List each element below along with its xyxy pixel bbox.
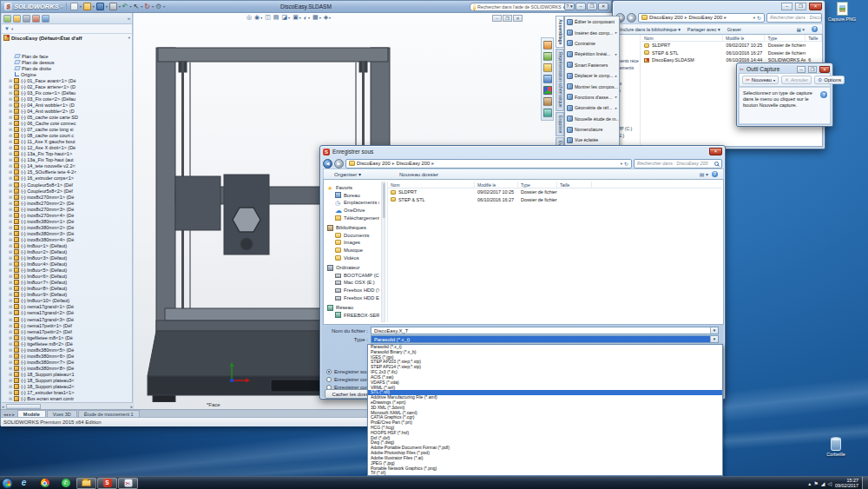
custom-properties-icon[interactable] xyxy=(543,97,552,106)
forward-button[interactable]: ▶ xyxy=(627,13,636,23)
tree-item[interactable]: (-) lm8uu<2> (Défaut) xyxy=(2,249,133,255)
tree-item[interactable]: (-) inox8x380mm<6> (Dé xyxy=(2,353,133,359)
column-headers[interactable]: Nom Modifié le Type Taille xyxy=(641,35,822,42)
tree-item[interactable]: (-) 06_Cache coté connec xyxy=(2,121,133,127)
section-view-icon[interactable]: ▤ xyxy=(273,14,279,21)
back-button[interactable]: ◀ xyxy=(323,159,332,169)
tree-item[interactable]: (-) inox8x270mm<1> (Dé xyxy=(2,194,133,200)
tree-item[interactable]: (-) lm8uu<4> (Défaut) xyxy=(2,261,133,268)
tree-item[interactable]: (-) 12_Axe X droit<1> (Dé xyxy=(2,145,133,151)
tree-item[interactable]: (-) inox8x380mm<3> (Dé xyxy=(2,230,133,236)
file-explorer-icon[interactable] xyxy=(543,63,552,72)
menu-item[interactable]: Déplacer le comp...▸ xyxy=(565,70,619,81)
undo-icon[interactable]: ↶ xyxy=(122,3,128,10)
tree-item[interactable]: Plan de droite xyxy=(2,65,133,71)
tree-item[interactable]: (-) nema17grand<3> (Dé xyxy=(2,316,133,322)
options-button[interactable]: ⚙ Options xyxy=(814,76,845,84)
taskbar-explorer-icon[interactable] xyxy=(76,478,96,489)
menu-item[interactable]: Montrer les compos... xyxy=(565,81,619,91)
scroll-right-icon[interactable]: ▸ xyxy=(130,404,133,409)
breadcrumb-dropdown-icon[interactable]: ▾ xyxy=(621,162,622,166)
tree-item[interactable]: (-) 18_Support plateau<1 xyxy=(2,371,133,377)
menu-item[interactable]: Smart Fasteners xyxy=(565,60,619,70)
search-box[interactable]: Rechercher dans : DiscoEasy 200 xyxy=(634,159,722,169)
breadcrumb-dropdown-icon[interactable]: ▾ xyxy=(753,16,755,20)
tree-item[interactable]: (-) inox8x270mm<4> (Dé xyxy=(2,212,133,218)
sidebar-item[interactable]: (E:) xyxy=(617,132,640,139)
tree-item[interactable]: (-) 04_Anti wobble<1> (D xyxy=(2,102,133,108)
action-center-flag-icon[interactable]: ⚑ xyxy=(813,480,818,486)
search-box[interactable]: Rechercher dans : DiscoEasy 200 xyxy=(766,13,822,23)
menu-item[interactable]: Vue éclatée xyxy=(565,135,619,145)
nav-item[interactable]: OneDrive xyxy=(326,207,379,215)
commandmanager-tab[interactable]: Esquisse xyxy=(556,112,564,136)
volume-icon[interactable]: ◁ xyxy=(827,480,832,486)
scroll-left-icon[interactable]: ◂ xyxy=(2,404,4,409)
organize-button[interactable]: Organiser ▾ xyxy=(334,171,361,177)
save-icon[interactable] xyxy=(96,3,104,10)
refresh-icon[interactable]: ↻ xyxy=(624,161,628,167)
combo-dropdown-icon[interactable]: ▼ xyxy=(710,336,718,342)
nav-item[interactable]: Freebox HDD EXT xyxy=(326,294,379,301)
tray-expand-icon[interactable]: ▴ xyxy=(808,480,811,486)
tree-item[interactable]: (-) Coupleur5x8<2> (Déf xyxy=(2,188,133,194)
column-header-type[interactable]: Type xyxy=(765,35,806,42)
tree-item[interactable]: (-) Box ecran smart contr xyxy=(2,396,133,402)
file-row[interactable]: SLDPRT09/02/2017 10:25Dossier de fichier… xyxy=(641,42,822,50)
taskbar-solidworks-icon[interactable]: S xyxy=(97,478,117,489)
tab-modele[interactable]: Modèle xyxy=(17,410,46,417)
root-caret-icon[interactable]: ▾ xyxy=(128,36,130,40)
menu-item[interactable]: Nomenclature xyxy=(565,124,619,135)
featuremanager-tree-tab-icon[interactable] xyxy=(3,15,11,23)
tree-item[interactable]: (-) 11_Axe X gauche bout xyxy=(2,139,133,145)
taskbar-snipping-icon[interactable]: ✂ xyxy=(118,478,138,489)
column-header-modifie[interactable]: Modifié le xyxy=(475,182,518,188)
breadcrumb[interactable]: DiscoEasy 200 ▸ DiscoEasy 200 ▸ ▾ ↻ xyxy=(345,159,632,169)
view-orientation-icon[interactable]: ◪▾ xyxy=(281,14,290,21)
tree-item[interactable]: (-) 18_Support plateau3< xyxy=(2,377,133,383)
doc-restore-icon[interactable]: ❐ xyxy=(503,15,512,22)
nav-item[interactable]: Images xyxy=(326,239,379,247)
burn-button[interactable]: Graver xyxy=(727,27,741,32)
view-options-icon[interactable]: ▤ ▾ xyxy=(700,171,708,177)
forward-button[interactable]: ▶ xyxy=(334,159,344,169)
tree-item[interactable]: (-) inox8x380mm<2> (Dé xyxy=(2,224,133,230)
tab-etude-mouvement[interactable]: Étude de mouvement 1 xyxy=(78,410,140,417)
save-caret-icon[interactable]: ▾ xyxy=(106,4,108,9)
tree-item[interactable]: (-) inox8x380mm<5> (Dé xyxy=(2,347,133,353)
column-header-type[interactable]: Type xyxy=(518,182,557,188)
file-row[interactable]: STEP & STL06/10/2016 16:27Dossier de fic… xyxy=(388,196,721,204)
view-palette-icon[interactable] xyxy=(543,75,552,83)
collapse-panel-icon[interactable]: » xyxy=(128,16,130,21)
help-icon[interactable]: ? xyxy=(712,171,718,177)
tree-item[interactable]: (-) inox8x380mm<8> (Dé xyxy=(2,365,133,371)
sidebar-item[interactable]: ments réce xyxy=(617,57,640,64)
print-caret-icon[interactable]: ▾ xyxy=(119,4,121,9)
breadcrumb[interactable]: DiscoEasy 200 ▸ DiscoEasy 200 ▸ ▾ ↻ xyxy=(638,13,765,23)
nav-item[interactable]: Bibliothèques xyxy=(326,224,379,232)
desktop-icon-capture[interactable]: Capture.PNG xyxy=(825,2,859,22)
tree-item[interactable]: (-) 14_tete nouvelle v2.2< xyxy=(2,163,133,169)
sidebar-scrollbar[interactable] xyxy=(381,182,385,322)
file-row[interactable]: SLDPRT09/02/2017 10:25Dossier de fichier… xyxy=(388,188,721,196)
file-row[interactable]: STEP & STL06/10/2016 16:27Dossier de fic… xyxy=(641,50,822,57)
include-in-library-button[interactable]: Inclure dans la bibliothèque ▾ xyxy=(620,27,681,32)
menu-item[interactable]: Nouvelle étude de m... xyxy=(565,114,619,124)
nav-item[interactable]: Réseau xyxy=(326,304,379,312)
rebuild-caret-icon[interactable]: ▾ xyxy=(152,4,154,9)
appearances-icon[interactable] xyxy=(543,86,552,95)
nav-item[interactable]: FREEBOX-SERVER xyxy=(326,312,379,320)
tree-item[interactable]: (-) 07_cache cote long si xyxy=(2,127,133,133)
breadcrumb-part[interactable]: DiscoEasy 200 xyxy=(649,15,683,20)
configuration-manager-tab-icon[interactable] xyxy=(23,15,30,23)
taskbar-whatsapp-icon[interactable]: ✆ xyxy=(56,478,76,489)
minimize-button[interactable]: – xyxy=(781,3,792,10)
tree-item[interactable]: (-) lm8uu<10> (Défaut) xyxy=(2,298,133,304)
new-folder-button[interactable]: Nouveau dossier xyxy=(399,172,438,177)
scrollbar-thumb[interactable] xyxy=(6,404,41,409)
tree-item[interactable]: (-) 05_cache cote carte SD xyxy=(2,114,133,120)
tree-item[interactable]: (-) inox8x270mm<2> (Dé xyxy=(2,200,133,206)
share-with-button[interactable]: Partager avec ▾ xyxy=(687,27,720,32)
network-icon[interactable]: ◢ xyxy=(821,480,825,486)
tab-vues-3d[interactable]: Vues 3D xyxy=(47,410,77,417)
